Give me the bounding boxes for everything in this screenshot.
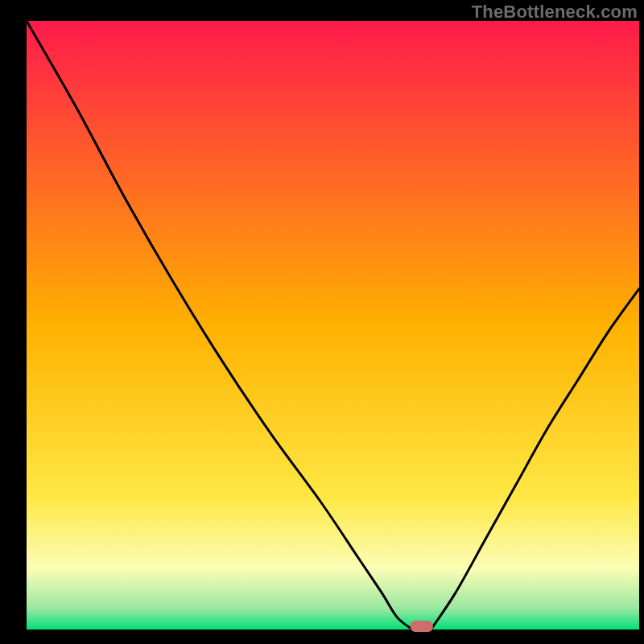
chart-frame: TheBottleneck.com <box>0 0 644 644</box>
dip-marker <box>411 621 433 632</box>
watermark-text: TheBottleneck.com <box>472 2 638 23</box>
gradient-background <box>27 21 639 630</box>
bottleneck-chart <box>0 0 644 644</box>
